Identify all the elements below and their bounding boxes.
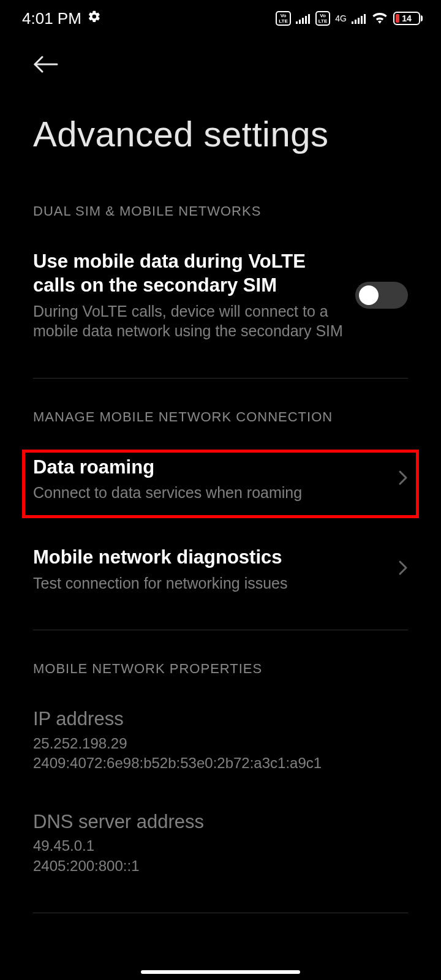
dns-address-title: DNS server address [33, 810, 408, 834]
page-content: Advanced settings DUAL SIM & MOBILE NETW… [0, 37, 441, 913]
gear-icon [88, 10, 101, 27]
chevron-right-icon [398, 470, 408, 488]
svg-rect-1 [299, 20, 301, 24]
svg-rect-2 [302, 18, 304, 24]
diagnostics-row[interactable]: Mobile network diagnostics Test connecti… [33, 515, 408, 605]
status-right: Vo LTE Vo LTE 4G 14 [276, 9, 423, 28]
dns-address-v6: 2405:200:800::1 [33, 856, 408, 876]
data-roaming-sub: Connect to data services when roaming [33, 479, 386, 503]
svg-rect-3 [305, 16, 307, 24]
dns-address-v4: 49.45.0.1 [33, 834, 408, 856]
svg-rect-6 [355, 20, 356, 24]
status-left: 4:01 PM [22, 9, 101, 28]
data-roaming-row[interactable]: Data roaming Connect to data services wh… [33, 443, 408, 515]
diagnostics-sub: Test connection for networking issues [33, 570, 386, 594]
battery-percent: 14 [394, 13, 419, 23]
signal-icon-2 [352, 9, 366, 28]
section-dual-sim-header: DUAL SIM & MOBILE NETWORKS [33, 173, 408, 238]
ip-address-title: IP address [33, 707, 408, 731]
svg-rect-4 [308, 14, 310, 24]
ip-address-v6: 2409:4072:6e98:b52b:53e0:2b72:a3c1:a9c1 [33, 753, 408, 773]
volte-badge-1: Vo LTE [276, 11, 291, 26]
network-type: 4G [335, 15, 347, 22]
svg-rect-7 [358, 18, 360, 24]
volte-data-toggle[interactable] [355, 282, 408, 309]
status-bar: 4:01 PM Vo LTE Vo LTE 4G 14 [0, 0, 441, 37]
status-time: 4:01 PM [22, 9, 81, 28]
wifi-icon [371, 10, 388, 26]
page-title: Advanced settings [33, 80, 408, 173]
home-indicator[interactable] [141, 970, 300, 974]
volte-badge-2: Vo LTE [315, 11, 331, 26]
diagnostics-title: Mobile network diagnostics [33, 546, 386, 570]
back-arrow-icon[interactable] [33, 55, 408, 74]
volte-data-toggle-row[interactable]: Use mobile data during VoLTE calls on th… [33, 238, 408, 353]
divider [33, 913, 408, 913]
volte-data-sub: During VoLTE calls, device will connect … [33, 298, 343, 341]
section-props-header: MOBILE NETWORK PROPERTIES [33, 630, 408, 695]
battery-indicator: 14 [393, 12, 423, 25]
signal-icon-1 [296, 9, 311, 28]
svg-rect-5 [352, 21, 353, 24]
section-manage-header: MANAGE MOBILE NETWORK CONNECTION [33, 379, 408, 443]
dns-address-row: DNS server address 49.45.0.1 2405:200:80… [33, 786, 408, 889]
chevron-right-icon [398, 560, 408, 578]
toggle-knob [359, 285, 379, 305]
svg-rect-0 [296, 21, 298, 24]
svg-rect-8 [361, 16, 363, 24]
ip-address-row: IP address 25.252.198.29 2409:4072:6e98:… [33, 695, 408, 786]
volte-data-title: Use mobile data during VoLTE calls on th… [33, 250, 343, 298]
svg-rect-9 [364, 14, 366, 24]
data-roaming-title: Data roaming [33, 456, 386, 480]
ip-address-v4: 25.252.198.29 [33, 731, 408, 753]
